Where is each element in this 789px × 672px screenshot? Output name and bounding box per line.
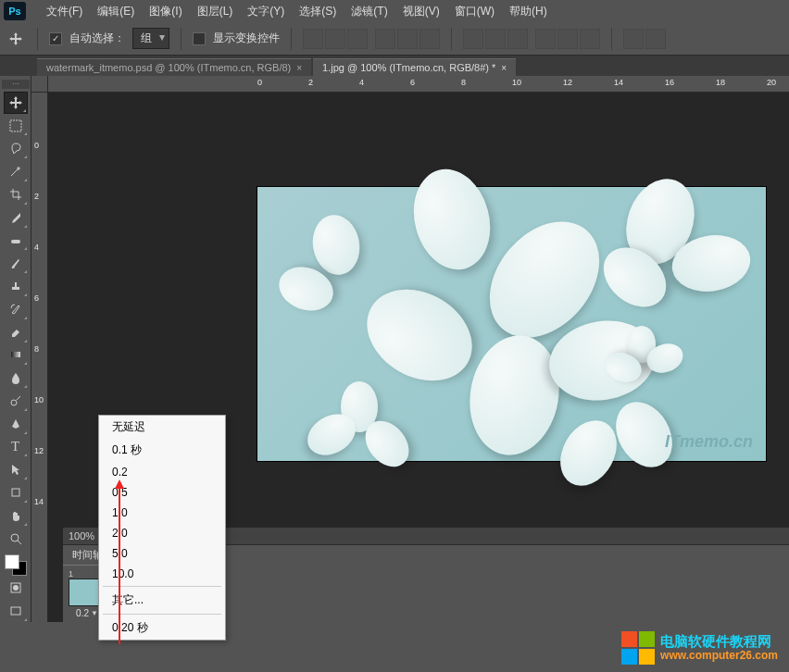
healing-tool[interactable] — [4, 230, 28, 252]
svg-rect-1 — [11, 240, 20, 243]
chevron-down-icon: ▼ — [91, 609, 98, 617]
stamp-tool[interactable] — [4, 275, 28, 297]
delay-no-delay[interactable]: 无延迟 — [99, 416, 225, 439]
zoom-tool[interactable] — [4, 528, 28, 550]
auto-select-dropdown[interactable]: 组 — [132, 28, 169, 49]
menu-help[interactable]: 帮助(H) — [502, 1, 555, 22]
windows-logo-icon — [621, 631, 655, 665]
crop-tool[interactable] — [4, 183, 28, 205]
svg-point-7 — [13, 585, 19, 591]
show-transform-label: 显示变换控件 — [213, 31, 280, 46]
distribute-btn[interactable] — [535, 29, 556, 49]
watermark-text: ITmemo.cn — [665, 432, 753, 452]
svg-rect-0 — [10, 120, 21, 131]
auto-select-checkbox[interactable] — [49, 32, 62, 45]
wand-tool[interactable] — [4, 160, 28, 182]
menubar: Ps 文件(F) 编辑(E) 图像(I) 图层(L) 文字(Y) 选择(S) 滤… — [0, 0, 789, 22]
doc-tab-1[interactable]: watermark_itmemo.psd @ 100% (ITmemo.cn, … — [37, 58, 311, 76]
align-group-2 — [375, 29, 440, 49]
close-icon[interactable]: × — [501, 63, 507, 73]
toolbar: ⋯ T — [0, 76, 31, 622]
frame-delay[interactable]: 0.2▼ — [76, 608, 98, 618]
svg-point-3 — [11, 400, 17, 405]
menu-select[interactable]: 选择(S) — [292, 1, 344, 22]
distribute-group-1 — [463, 29, 528, 49]
canvas[interactable]: ITmemo.cn — [257, 187, 766, 461]
eyedropper-tool[interactable] — [4, 206, 28, 229]
align-group-1 — [303, 29, 368, 49]
quickmask-tool[interactable] — [4, 577, 28, 599]
distribute-btn[interactable] — [463, 29, 483, 49]
history-brush-tool[interactable] — [4, 298, 28, 320]
svg-rect-8 — [11, 607, 20, 615]
close-icon[interactable]: × — [296, 63, 302, 73]
footer-url: www.computer26.com — [660, 650, 778, 662]
align-btn[interactable] — [375, 29, 395, 49]
distribute-btn[interactable] — [507, 29, 528, 49]
path-select-tool[interactable] — [4, 458, 28, 480]
ruler-horizontal[interactable]: 02468101214161820 — [48, 76, 789, 93]
align-btn[interactable] — [303, 29, 323, 49]
zoom-level[interactable]: 100% — [69, 530, 94, 541]
menu-window[interactable]: 窗口(W) — [447, 1, 502, 22]
svg-point-5 — [11, 534, 19, 541]
lasso-tool[interactable] — [4, 137, 28, 159]
fg-color-swatch[interactable] — [5, 554, 19, 569]
options-bar: 自动选择： 组 显示变换控件 — [0, 22, 789, 56]
align-btn[interactable] — [397, 29, 418, 49]
footer-watermark: 电脑软硬件教程网 www.computer26.com — [621, 631, 778, 665]
menu-edit[interactable]: 编辑(E) — [90, 1, 142, 22]
dodge-tool[interactable] — [4, 390, 28, 412]
annotation-arrow — [119, 485, 120, 644]
ruler-vertical[interactable]: 02468101214 — [31, 93, 48, 622]
align-btn[interactable] — [420, 29, 440, 49]
photoshop-logo: Ps — [4, 2, 26, 20]
ruler-corner — [31, 76, 48, 93]
shape-tool[interactable] — [4, 481, 28, 504]
footer-site-name: 电脑软硬件教程网 — [660, 634, 778, 650]
move-tool[interactable] — [4, 92, 28, 114]
distribute-group-2 — [535, 29, 600, 49]
doc-tab-bar: watermark_itmemo.psd @ 100% (ITmemo.cn, … — [0, 56, 789, 76]
menu-filter[interactable]: 滤镜(T) — [344, 1, 394, 22]
frame-delay-menu: 无延迟 0.1 秒 0.2 0.5 1.0 2.0 5.0 10.0 其它...… — [98, 415, 226, 641]
distribute-btn[interactable] — [485, 29, 506, 49]
eraser-tool[interactable] — [4, 321, 28, 343]
hand-tool[interactable] — [4, 504, 28, 527]
marquee-tool[interactable] — [4, 115, 28, 137]
brush-tool[interactable] — [4, 252, 28, 274]
gradient-tool[interactable] — [4, 344, 28, 367]
align-btn[interactable] — [347, 29, 368, 49]
arrange-btn[interactable] — [645, 29, 666, 49]
delay-0-1[interactable]: 0.1 秒 — [99, 439, 225, 462]
menu-image[interactable]: 图像(I) — [142, 1, 189, 22]
type-tool[interactable]: T — [4, 436, 28, 458]
svg-rect-2 — [11, 352, 20, 357]
auto-select-label: 自动选择： — [69, 31, 125, 46]
menu-file[interactable]: 文件(F) — [39, 1, 90, 22]
svg-rect-4 — [12, 489, 19, 496]
distribute-btn[interactable] — [580, 29, 600, 49]
arrange-group — [623, 29, 666, 49]
toolbar-collapse[interactable]: ⋯ — [2, 80, 30, 89]
pen-tool[interactable] — [4, 413, 28, 435]
menu-layer[interactable]: 图层(L) — [190, 1, 241, 22]
menu-view[interactable]: 视图(V) — [395, 1, 447, 22]
blur-tool[interactable] — [4, 367, 28, 389]
align-btn[interactable] — [325, 29, 345, 49]
doc-tab-2[interactable]: 1.jpg @ 100% (ITmemo.cn, RGB/8#) *× — [313, 58, 516, 76]
menu-type[interactable]: 文字(Y) — [240, 1, 292, 22]
arrange-btn[interactable] — [623, 29, 644, 49]
move-tool-icon — [6, 29, 26, 49]
screenmode-tool[interactable] — [4, 600, 28, 622]
color-swatches[interactable] — [5, 554, 27, 577]
distribute-btn[interactable] — [557, 29, 578, 49]
show-transform-checkbox[interactable] — [193, 32, 206, 45]
